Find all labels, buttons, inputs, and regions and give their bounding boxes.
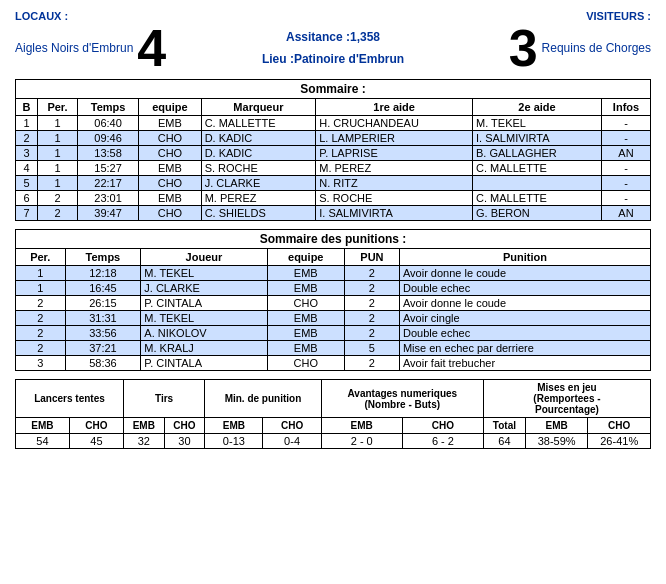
table-row: 112:18M. TEKELEMB2Avoir donne le coude <box>16 266 651 281</box>
col-b: B <box>16 99 38 116</box>
visitor-score: 3 <box>509 22 538 74</box>
col-infos: Infos <box>602 99 651 116</box>
min-cho-val: 0-4 <box>263 434 321 449</box>
visitor-team-name: Requins de Chorges <box>542 41 651 55</box>
stats-mises-header: Mises en jeu(Remportees -Pourcentage) <box>483 380 650 418</box>
tirs-cho-label: CHO <box>164 418 205 434</box>
av-cho-label: CHO <box>402 418 483 434</box>
punitions-title: Sommaire des punitions : <box>16 230 651 249</box>
table-row: 358:36P. CINTALACHO2Avoir fait trebucher <box>16 356 651 371</box>
col-aide1: 1re aide <box>316 99 473 116</box>
table-row: 237:21M. KRALJEMB5Mise en echec par derr… <box>16 341 651 356</box>
table-row: 233:56A. NIKOLOVEMB2Double echec <box>16 326 651 341</box>
tirs-cho-val: 30 <box>164 434 205 449</box>
pun-col-per: Per. <box>16 249 66 266</box>
assistance-text: Assitance :1,358 <box>215 30 451 44</box>
local-label: LOCAUX : <box>15 10 215 22</box>
av-emb-label: EMB <box>321 418 402 434</box>
table-row: 4115:27EMBS. ROCHEM. PEREZC. MALLETTE- <box>16 161 651 176</box>
header-section: LOCAUX : Aigles Noirs d'Embrun 4 Assitan… <box>15 10 651 74</box>
mises-emb-val: 38-59% <box>525 434 588 449</box>
col-aide2: 2e aide <box>473 99 602 116</box>
lieu-text: Lieu :Patinoire d'Embrun <box>215 52 451 66</box>
mises-emb-label: EMB <box>525 418 588 434</box>
table-row: 5122:17CHOJ. CLARKEN. RITZ- <box>16 176 651 191</box>
center-block: Assitance :1,358 Lieu :Patinoire d'Embru… <box>215 10 451 66</box>
mises-cho-label: CHO <box>588 418 651 434</box>
col-temps: Temps <box>77 99 138 116</box>
min-emb-val: 0-13 <box>205 434 263 449</box>
sommaire-table: Sommaire : B Per. Temps equipe Marqueur … <box>15 79 651 221</box>
table-row: 116:45J. CLARKEEMB2Double echec <box>16 281 651 296</box>
lancers-cho-label: CHO <box>69 418 123 434</box>
visitor-block: VISITEURS : 3 Requins de Chorges <box>451 10 651 74</box>
col-per: Per. <box>37 99 77 116</box>
local-team-name: Aigles Noirs d'Embrun <box>15 41 133 55</box>
punitions-table: Sommaire des punitions : Per. Temps Joue… <box>15 229 651 371</box>
sommaire-title: Sommaire : <box>16 80 651 99</box>
stats-avantages-header: Avantages numeriques(Nombre - Buts) <box>321 380 483 418</box>
table-row: 3113:58CHOD. KADICP. LAPRISEB. GALLAGHER… <box>16 146 651 161</box>
mises-total-label: Total <box>483 418 525 434</box>
tirs-emb-label: EMB <box>123 418 164 434</box>
visitor-team-score: 3 Requins de Chorges <box>451 22 651 74</box>
stats-tirs-header: Tirs <box>123 380 204 418</box>
col-equipe: equipe <box>139 99 201 116</box>
pun-col-temps: Temps <box>65 249 141 266</box>
table-row: 1106:40EMBC. MALLETTEH. CRUCHANDEAUM. TE… <box>16 116 651 131</box>
visitor-label: VISITEURS : <box>451 10 651 22</box>
table-row: 7239:47CHOC. SHIELDSI. SALMIVIRTAG. BERO… <box>16 206 651 221</box>
min-cho-label: CHO <box>263 418 321 434</box>
av-cho-val: 6 - 2 <box>402 434 483 449</box>
stats-values-row: 54 45 32 30 0-13 0-4 2 - 0 6 - 2 64 38-5… <box>16 434 651 449</box>
mises-cho-val: 26-41% <box>588 434 651 449</box>
table-row: 2109:46CHOD. KADICL. LAMPERIERI. SALMIVI… <box>16 131 651 146</box>
stats-min-header: Min. de punition <box>205 380 321 418</box>
table-row: 226:15P. CINTALACHO2Avoir donne le coude <box>16 296 651 311</box>
lancers-emb-val: 54 <box>16 434 70 449</box>
pun-col-punition: Punition <box>399 249 650 266</box>
pun-col-equipe: equipe <box>267 249 344 266</box>
mises-total-val: 64 <box>483 434 525 449</box>
pun-col-joueur: Joueur <box>141 249 267 266</box>
local-block: LOCAUX : Aigles Noirs d'Embrun 4 <box>15 10 215 74</box>
col-marqueur: Marqueur <box>201 99 316 116</box>
pun-col-pun: PUN <box>344 249 399 266</box>
lancers-emb-label: EMB <box>16 418 70 434</box>
stats-table: Lancers tentes Tirs Min. de punition Ava… <box>15 379 651 449</box>
local-team-score: Aigles Noirs d'Embrun 4 <box>15 22 215 74</box>
stats-lancers-header: Lancers tentes <box>16 380 124 418</box>
min-emb-label: EMB <box>205 418 263 434</box>
tirs-emb-val: 32 <box>123 434 164 449</box>
table-row: 6223:01EMBM. PEREZS. ROCHEC. MALLETTE- <box>16 191 651 206</box>
table-row: 231:31M. TEKELEMB2Avoir cingle <box>16 311 651 326</box>
av-emb-val: 2 - 0 <box>321 434 402 449</box>
lancers-cho-val: 45 <box>69 434 123 449</box>
local-score: 4 <box>137 22 166 74</box>
